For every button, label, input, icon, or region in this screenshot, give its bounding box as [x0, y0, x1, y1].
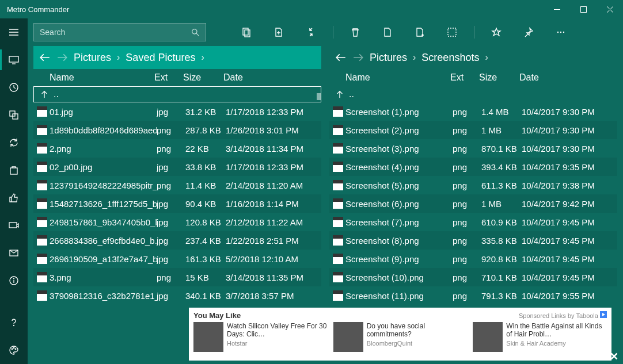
file-date: 3/14/2018 11:34 PM: [226, 144, 318, 154]
col-date[interactable]: Date: [519, 72, 611, 83]
file-row[interactable]: 02_p00.jpgjpg33.8 KB1/17/2018 12:33 PM: [33, 158, 321, 176]
file-row[interactable]: Screenshot (11).pngpng791.3 KB10/4/2017 …: [329, 286, 617, 305]
file-row[interactable]: 37909812316_c32b2781e1_b.jpgjpg340.1 KB3…: [33, 286, 321, 305]
file-name: Screenshot (8).png: [345, 236, 453, 246]
menu-icon[interactable]: [0, 18, 28, 46]
up-row[interactable]: ..: [33, 86, 321, 102]
file-row[interactable]: Screenshot (2).pngpng1 MB10/4/2017 9:30 …: [329, 121, 617, 139]
up-label: ..: [54, 89, 59, 99]
file-date: 1/17/2018 12:33 PM: [226, 162, 318, 172]
select-button[interactable]: [438, 18, 466, 46]
col-ext[interactable]: Ext: [450, 72, 479, 83]
palette-icon[interactable]: [0, 336, 28, 364]
ad-item[interactable]: Do you have social commitments?Bloomberg…: [333, 322, 468, 357]
search-input[interactable]: Search: [33, 23, 206, 41]
bag-icon[interactable]: [0, 156, 28, 184]
file-date: 1/17/2018 12:33 PM: [226, 107, 318, 117]
toolbar-separator: [474, 26, 474, 39]
file-ext: jpg: [157, 236, 185, 246]
delete-button[interactable]: [341, 18, 369, 46]
file-name: Screenshot (10).png: [345, 273, 453, 282]
file-row[interactable]: 01.jpgjpg31.2 KB1/17/2018 12:33 PM: [33, 102, 321, 121]
col-name[interactable]: Name: [50, 72, 154, 83]
up-row[interactable]: ..: [329, 86, 617, 102]
chevron-right-icon: ›: [117, 52, 120, 63]
ad-title: Watch Silicon Valley Free For 30 Days: C…: [227, 322, 328, 339]
file-name: Screenshot (5).png: [345, 181, 453, 190]
file-date: 5/2/2018 12:10 AM: [226, 254, 318, 264]
crumb-screenshots[interactable]: Screenshots: [421, 52, 479, 64]
file-row[interactable]: 1d89b0ddb8f82046d689aed32adfpng287.8 KB1…: [33, 121, 321, 139]
file-row[interactable]: 15482713626_1fff1275d5_b.jpgjpg90.4 KB1/…: [33, 194, 321, 213]
col-size[interactable]: Size: [479, 72, 519, 83]
back-button[interactable]: [335, 52, 347, 63]
maximize-button[interactable]: [570, 0, 597, 18]
info-icon[interactable]: [0, 267, 28, 294]
file-name: 2498157861_9b347405b0_b.jpg: [50, 217, 157, 227]
file-name: 3.png: [50, 273, 157, 282]
crumb-pictures[interactable]: Pictures: [370, 52, 407, 64]
crumb-pictures[interactable]: Pictures: [74, 52, 111, 64]
file-row[interactable]: 2498157861_9b347405b0_b.jpgjpg120.8 KB2/…: [33, 213, 321, 231]
col-ext[interactable]: Ext: [154, 72, 183, 83]
file-ext: png: [453, 291, 481, 301]
share-screen-icon[interactable]: [0, 212, 28, 239]
file-row[interactable]: 2.pngpng22 KB3/14/2018 11:34 PM: [33, 139, 321, 158]
file-name: 1d89b0ddb8f82046d689aed32adf: [50, 125, 157, 135]
col-date[interactable]: Date: [223, 72, 316, 83]
scrollbar-thumb[interactable]: [317, 93, 321, 100]
star-button[interactable]: [483, 18, 510, 46]
clock-icon[interactable]: [0, 74, 28, 101]
mail-icon[interactable]: [0, 239, 28, 267]
file-row[interactable]: Screenshot (10).pngpng710.1 KB10/4/2017 …: [329, 268, 617, 286]
file-row[interactable]: Screenshot (5).pngpng611.3 KB10/4/2017 9…: [329, 176, 617, 194]
thumbs-up-icon[interactable]: [0, 184, 28, 212]
monitor-icon[interactable]: [0, 46, 28, 74]
file-thumbnail: [37, 162, 47, 172]
more-button[interactable]: [547, 18, 575, 46]
file-size: 710.1 KB: [481, 273, 522, 282]
minimize-button[interactable]: [544, 0, 570, 18]
file-thumbnail: [37, 217, 47, 227]
play-icon: [600, 311, 607, 318]
file-date: 2/12/2018 11:22 AM: [226, 217, 318, 227]
breadcrumb-right: Pictures › Screenshots ›: [329, 46, 617, 69]
col-name[interactable]: Name: [345, 72, 450, 83]
file-size: 15 KB: [185, 273, 226, 282]
file-row[interactable]: Screenshot (4).pngpng393.4 KB10/4/2017 9…: [329, 158, 617, 176]
file-thumbnail: [37, 180, 47, 190]
file-add-button[interactable]: [406, 18, 434, 46]
file-row[interactable]: Screenshot (6).pngpng1 MB10/4/2017 9:42 …: [329, 194, 617, 213]
forward-button[interactable]: [352, 52, 364, 63]
file-row[interactable]: Screenshot (8).pngpng335.8 KB10/4/2017 9…: [329, 231, 617, 250]
ad-image: [333, 322, 363, 352]
file-row[interactable]: Screenshot (9).pngpng920.8 KB10/4/2017 9…: [329, 250, 617, 268]
file-row[interactable]: Screenshot (3).pngpng870.1 KB10/4/2017 9…: [329, 139, 617, 158]
back-button[interactable]: [39, 52, 51, 63]
forward-button[interactable]: [56, 52, 68, 63]
file-row[interactable]: 1237916492482224985pitr_Patch_ipng11.4 K…: [33, 176, 321, 194]
file-row[interactable]: 3.pngpng15 KB3/14/2018 11:35 PM: [33, 268, 321, 286]
svg-rect-25: [245, 30, 250, 37]
ad-item[interactable]: Watch Silicon Valley Free For 30 Days: C…: [193, 322, 328, 357]
file-row[interactable]: Screenshot (1).pngpng1.4 MB10/4/2017 9:3…: [329, 102, 617, 121]
new-file-button[interactable]: [265, 18, 292, 46]
file-row[interactable]: 2668834386_ef9cfbd4e0_b.jpgjpg237.4 KB1/…: [33, 231, 321, 250]
copy-button[interactable]: [233, 18, 260, 46]
ad-item[interactable]: Win the Battle Against all Kinds of Hair…: [473, 322, 607, 357]
pin-button[interactable]: [515, 18, 542, 46]
file-name: Screenshot (6).png: [345, 199, 453, 209]
col-size[interactable]: Size: [183, 72, 223, 83]
collapse-button[interactable]: [297, 18, 325, 46]
file-row[interactable]: Screenshot (7).pngpng610.9 KB10/4/2017 9…: [329, 213, 617, 231]
file-size: 870.1 KB: [481, 144, 522, 154]
crumb-saved-pictures[interactable]: Saved Pictures: [126, 52, 195, 64]
copy-icon[interactable]: [0, 101, 28, 129]
file-button[interactable]: [374, 18, 401, 46]
refresh-icon[interactable]: [0, 129, 28, 156]
help-icon[interactable]: [0, 309, 28, 336]
ad-close-button[interactable]: ✕: [610, 350, 618, 363]
file-row[interactable]: 2696190509_a13f2e7a47_b.jpgjpg161.3 KB5/…: [33, 250, 321, 268]
file-ext: png: [453, 144, 481, 154]
close-button[interactable]: [597, 0, 623, 18]
